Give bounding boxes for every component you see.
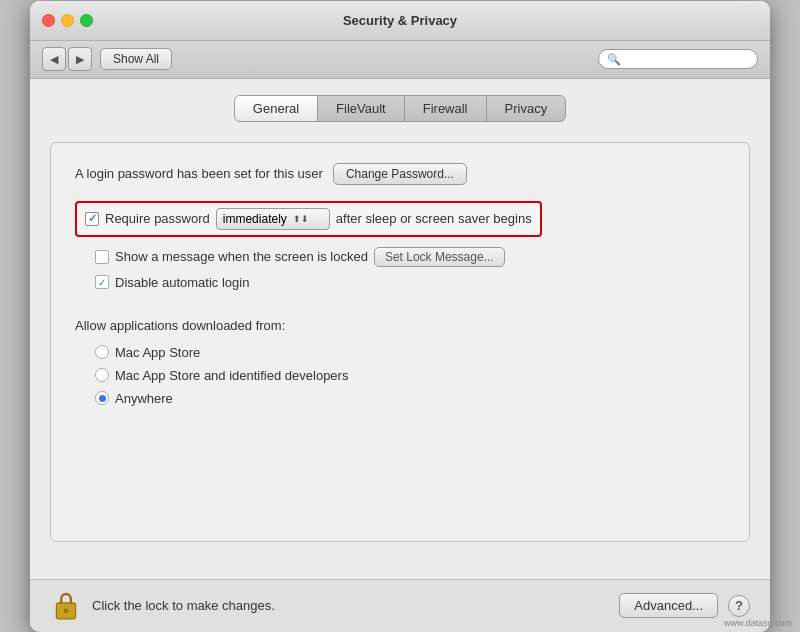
require-password-row: ✓ Require password immediately ⬆⬇ after … — [75, 201, 542, 237]
require-password-checkbox[interactable]: ✓ — [85, 212, 99, 226]
disable-autologin-checkbox[interactable]: ✓ — [95, 275, 109, 289]
show-message-label: Show a message when the screen is locked — [115, 249, 368, 264]
main-window: Security & Privacy ◀ ▶ Show All 🔍 Genera… — [30, 1, 770, 632]
search-box: 🔍 — [598, 49, 758, 69]
radio-row-anywhere: Anywhere — [95, 391, 725, 406]
help-button[interactable]: ? — [728, 595, 750, 617]
radio-row-mac-app-store-dev: Mac App Store and identified developers — [95, 368, 725, 383]
traffic-lights — [42, 14, 93, 27]
nav-forward-button[interactable]: ▶ — [68, 47, 92, 71]
tab-filevault[interactable]: FileVault — [318, 96, 405, 121]
disable-autologin-row: ✓ Disable automatic login — [75, 275, 725, 290]
radio-label-anywhere: Anywhere — [115, 391, 173, 406]
login-password-text: A login password has been set for this u… — [75, 166, 323, 181]
window-title: Security & Privacy — [343, 13, 457, 28]
nav-buttons: ◀ ▶ — [42, 47, 92, 71]
maximize-button[interactable] — [80, 14, 93, 27]
immediately-label: immediately — [223, 212, 287, 226]
radio-label-mac-app-store-dev: Mac App Store and identified developers — [115, 368, 348, 383]
after-sleep-label: after sleep or screen saver begins — [336, 211, 532, 226]
search-input[interactable] — [624, 52, 754, 66]
radio-group: Mac App Store Mac App Store and identifi… — [75, 345, 725, 406]
close-button[interactable] — [42, 14, 55, 27]
radio-anywhere[interactable] — [95, 391, 109, 405]
advanced-button[interactable]: Advanced... — [619, 593, 718, 618]
svg-rect-1 — [64, 608, 69, 613]
tab-general[interactable]: General — [235, 96, 318, 121]
radio-mac-app-store[interactable] — [95, 345, 109, 359]
login-password-row: A login password has been set for this u… — [75, 163, 725, 185]
disable-autologin-label: Disable automatic login — [115, 275, 249, 290]
content-area: General FileVault Firewall Privacy A log… — [30, 79, 770, 579]
tabs: General FileVault Firewall Privacy — [234, 95, 566, 122]
bottom-bar: Click the lock to make changes. Advanced… — [30, 579, 770, 632]
inner-content: A login password has been set for this u… — [50, 142, 750, 542]
search-icon: 🔍 — [607, 53, 621, 66]
lock-icon[interactable] — [50, 590, 82, 622]
toolbar: ◀ ▶ Show All 🔍 — [30, 41, 770, 79]
dropdown-arrow-icon: ⬆⬇ — [293, 214, 309, 224]
require-password-label: Require password — [105, 211, 210, 226]
watermark: www.datasq.com — [724, 618, 792, 628]
show-message-row: Show a message when the screen is locked… — [75, 247, 725, 267]
change-password-button[interactable]: Change Password... — [333, 163, 467, 185]
minimize-button[interactable] — [61, 14, 74, 27]
radio-mac-app-store-dev[interactable] — [95, 368, 109, 382]
nav-back-button[interactable]: ◀ — [42, 47, 66, 71]
tab-privacy[interactable]: Privacy — [487, 96, 566, 121]
click-lock-text: Click the lock to make changes. — [92, 598, 275, 613]
title-bar: Security & Privacy — [30, 1, 770, 41]
set-lock-message-button[interactable]: Set Lock Message... — [374, 247, 505, 267]
tab-firewall[interactable]: Firewall — [405, 96, 487, 121]
immediately-dropdown[interactable]: immediately ⬆⬇ — [216, 208, 330, 230]
radio-label-mac-app-store: Mac App Store — [115, 345, 200, 360]
show-message-checkbox[interactable] — [95, 250, 109, 264]
allow-apps-title: Allow applications downloaded from: — [75, 318, 725, 333]
radio-row-mac-app-store: Mac App Store — [95, 345, 725, 360]
show-all-button[interactable]: Show All — [100, 48, 172, 70]
tabs-container: General FileVault Firewall Privacy — [50, 95, 750, 122]
